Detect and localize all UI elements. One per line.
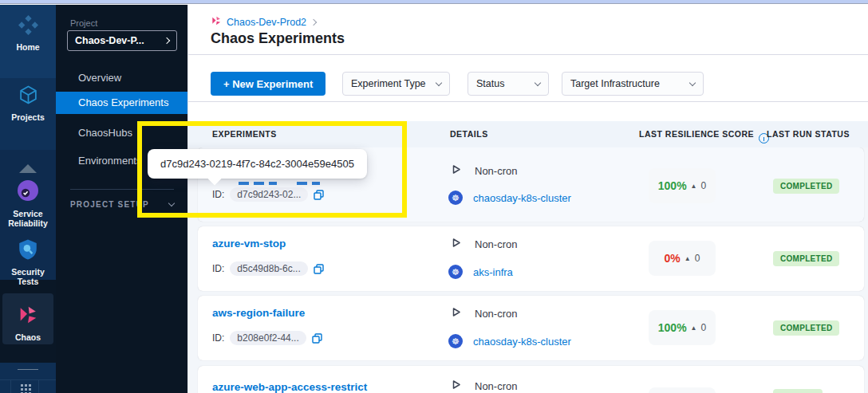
experiments-table-body: ID: d7c9d243-02... Non-cron ☸ chaosday-k… [188, 147, 868, 393]
score-value: 0% [665, 252, 681, 265]
schedule-detail: Non-cron [450, 379, 517, 393]
infrastructure-link[interactable]: aks-infra [473, 266, 513, 278]
rail-item-projects[interactable]: Projects [0, 84, 56, 122]
schedule-type: Non-cron [475, 165, 517, 177]
resilience-score: 100% ▲ 0 [649, 168, 716, 203]
status-filter[interactable]: Status [468, 72, 549, 96]
chaos-pinwheel-icon [17, 315, 39, 328]
score-value: 100% [658, 321, 687, 334]
table-row[interactable]: azure-web-app-access-restrict Non-cron [198, 366, 864, 393]
sidebar-item-chaoshubs[interactable]: ChaosHubs [56, 122, 187, 144]
column-last-resilience-score: LAST RESILIENCE SCORE [639, 121, 769, 147]
experiment-type-filter[interactable]: Experiment Type [342, 72, 450, 96]
cell-divider [38, 380, 39, 393]
play-icon [450, 237, 462, 252]
status-badge: COMPLETED [773, 179, 839, 194]
infrastructure-detail: ☸ aks-infra [448, 265, 513, 279]
filter-label: Experiment Type [351, 78, 426, 89]
experiment-name-link[interactable]: azure-vm-stop [212, 238, 286, 250]
rail-item-home[interactable]: Home [0, 14, 56, 52]
chevron-right-icon [164, 37, 170, 44]
sidebar-item-chaos-experiments[interactable]: Chaos Experiments [56, 92, 187, 114]
breadcrumb-project-link[interactable]: Chaos-Dev-Prod2 [227, 17, 306, 28]
scroll-up-icon[interactable] [19, 164, 37, 173]
resilience-score [649, 387, 716, 393]
id-label: ID: [212, 189, 224, 200]
play-icon [450, 306, 462, 321]
toolbar-divider [188, 101, 868, 102]
service-reliability-icon [16, 191, 40, 205]
column-details: DETAILS [450, 121, 488, 147]
rail-divider [18, 369, 38, 370]
status-badge: COMPLETED [773, 320, 839, 336]
score-value: 100% [658, 179, 687, 192]
module-icon-rail: Home Projects Service Reliability Securi… [0, 5, 56, 393]
chevron-right-icon [310, 19, 317, 26]
obscured-experiment-name[interactable] [239, 182, 277, 185]
score-trend-up-icon: ▲ [685, 255, 691, 262]
score-delta: 0 [701, 322, 707, 333]
breadcrumb: Chaos-Dev-Prod2 [211, 15, 316, 29]
filter-label: Status [476, 78, 504, 89]
project-selector-value: Chaos-Dev-P... [75, 35, 144, 46]
infrastructure-link[interactable]: chaosday-k8s-cluster [473, 336, 571, 348]
new-experiment-button[interactable]: + New Experiment [211, 72, 326, 96]
column-last-run-status: LAST RUN STATUS [767, 121, 850, 147]
top-accent-bar [0, 0, 868, 4]
copy-icon[interactable] [314, 264, 324, 274]
rail-item-label: Chaos [0, 332, 56, 342]
apps-grid-icon[interactable] [21, 384, 23, 387]
table-row[interactable]: azure-vm-stop ID: d5c49d8b-6c... Non-cro… [198, 226, 864, 291]
project-setup-label: PROJECT SETUP [70, 200, 149, 209]
schedule-detail: Non-cron [450, 237, 517, 252]
kubernetes-icon: ☸ [448, 191, 463, 205]
obscured-experiment-name[interactable] [297, 182, 320, 185]
score-trend-up-icon: ▲ [691, 324, 697, 332]
status-badge: COMPLETED [773, 251, 839, 266]
play-icon [450, 379, 462, 393]
header-divider [188, 54, 868, 55]
id-label: ID: [212, 332, 224, 344]
rail-item-chaos[interactable]: Chaos [0, 304, 56, 342]
project-setup-toggle[interactable]: PROJECT SETUP [70, 200, 174, 209]
status-badge [773, 389, 823, 393]
resilience-score: 100% ▲ 0 [649, 310, 716, 345]
chaos-module-icon [211, 15, 222, 29]
table-header: EXPERIMENTS DETAILS LAST RESILIENCE SCOR… [188, 121, 868, 147]
play-icon [450, 163, 462, 179]
infrastructure-detail: ☸ chaosday-k8s-cluster [448, 191, 571, 205]
id-label: ID: [212, 263, 224, 274]
score-trend-up-icon: ▲ [691, 183, 697, 190]
filter-label: Target Infrastructure [570, 78, 660, 89]
project-selector[interactable]: Chaos-Dev-P... [67, 30, 177, 51]
sidebar-item-overview[interactable]: Overview [56, 67, 187, 89]
security-tests-shield-icon [17, 250, 39, 263]
rail-item-label: Projects [0, 112, 56, 122]
column-label: LAST RESILIENCE SCORE [639, 121, 754, 147]
schedule-type: Non-cron [475, 308, 517, 320]
chevron-down-icon [436, 79, 442, 85]
target-infrastructure-filter[interactable]: Target Infrastructure [562, 72, 704, 96]
score-delta: 0 [695, 253, 700, 264]
copy-icon[interactable] [312, 333, 322, 344]
copy-icon[interactable] [314, 190, 324, 200]
rail-item-service-reliability[interactable]: Service Reliability [0, 179, 56, 228]
experiment-id-tooltip: d7c9d243-0219-4f7c-84c2-3004e59e4505 [148, 149, 367, 179]
experiment-name-link[interactable]: aws-region-failure [212, 307, 305, 319]
chevron-down-icon [535, 79, 541, 85]
experiment-id-line: ID: d5c49d8b-6c... [212, 261, 324, 276]
rail-item-security-tests[interactable]: Security Tests [0, 238, 56, 286]
experiment-id-line: ID: b208e0f2-44... [212, 331, 322, 345]
schedule-type: Non-cron [475, 238, 517, 250]
rail-item-label: Service Reliability [4, 209, 52, 228]
experiment-name-link[interactable]: azure-web-app-access-restrict [212, 381, 367, 393]
chevron-down-icon [168, 200, 175, 206]
kubernetes-icon: ☸ [448, 334, 463, 348]
infrastructure-detail: ☸ chaosday-k8s-cluster [448, 334, 571, 348]
infrastructure-link[interactable]: chaosday-k8s-cluster [473, 192, 571, 204]
experiment-id-value: d5c49d8b-6c... [230, 261, 307, 276]
project-sidebar: Project Chaos-Dev-P... Overview Chaos Ex… [56, 5, 187, 393]
schedule-detail: Non-cron [450, 163, 517, 179]
table-row[interactable]: aws-region-failure ID: b208e0f2-44... No… [198, 296, 864, 360]
project-label: Project [70, 18, 97, 28]
